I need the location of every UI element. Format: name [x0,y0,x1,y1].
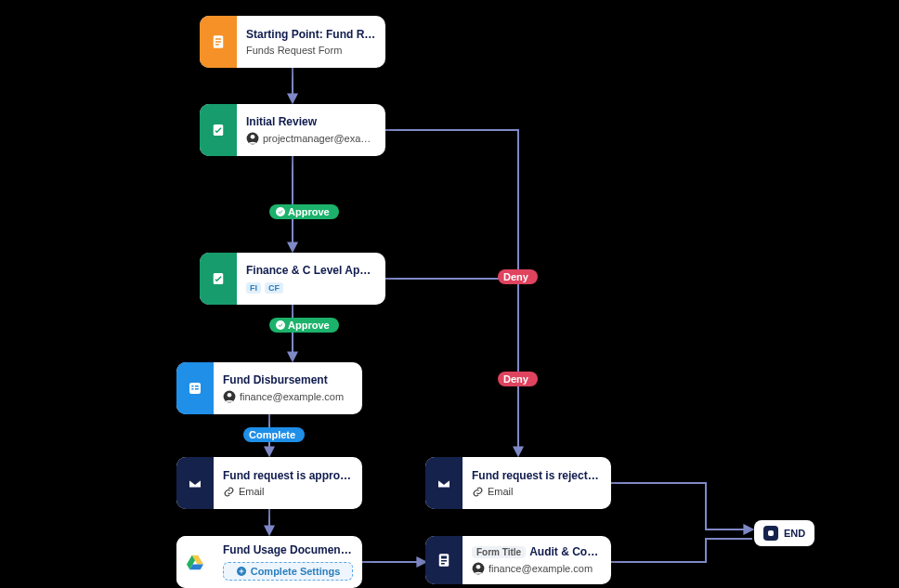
node-title: Finance & C Level Approve &… [246,264,376,277]
node-title: Fund Usage Documentation [223,543,353,556]
svg-rect-11 [191,388,193,390]
drive-icon [176,536,214,588]
link-row: Email [472,486,602,498]
email-icon [176,457,214,509]
node-title: Fund Disbursement [223,373,353,386]
svg-rect-9 [191,385,193,387]
form-title-label: Form Title [472,546,526,558]
form-icon [425,536,463,584]
svg-rect-17 [441,560,447,562]
email-icon [425,457,463,509]
svg-rect-18 [441,563,445,565]
node-title: Fund request is approved. [223,469,353,482]
svg-point-14 [228,393,232,398]
svg-rect-19 [441,556,447,559]
node-rejected-email[interactable]: Fund request is rejected. Email [425,457,611,509]
svg-point-6 [251,135,255,139]
svg-point-21 [476,565,481,569]
decision-complete[interactable]: Complete [243,427,305,442]
node-title: Initial Review [246,115,376,128]
svg-rect-12 [195,388,199,390]
node-approved-email[interactable]: Fund request is approved. Email [176,457,362,509]
svg-point-23 [276,320,285,330]
assignee-row: finance@example.com [472,562,602,575]
node-audit[interactable]: Form Title Audit & Compli… finance@examp… [425,536,611,584]
node-title: Fund request is rejected. [472,469,602,482]
decision-deny[interactable]: Deny [498,269,538,284]
assignee-row: finance@example.com [223,390,353,403]
node-usage-doc[interactable]: Fund Usage Documentation Complete Settin… [176,536,362,588]
approval-icon [200,104,237,156]
task-icon [176,362,214,414]
node-disbursement[interactable]: Fund Disbursement finance@example.com [176,362,362,414]
node-end[interactable]: END [754,520,814,546]
decision-approve[interactable]: Approve [269,204,339,219]
complete-settings-button[interactable]: Complete Settings [223,562,353,581]
decision-approve[interactable]: Approve [269,318,339,333]
node-title: Starting Point: Fund Request … [246,28,376,41]
node-title: Audit & Compli… [529,545,602,558]
node-sub: Funds Request Form [246,45,376,56]
end-icon [763,526,778,541]
end-label: END [784,528,805,539]
form-icon [200,16,237,68]
svg-rect-10 [195,385,199,387]
node-initial-review[interactable]: Initial Review projectmanager@exa… [200,104,385,156]
node-start[interactable]: Starting Point: Fund Request … Funds Req… [200,16,385,68]
decision-deny[interactable]: Deny [498,372,538,386]
assignee-row: projectmanager@exa… [246,132,376,145]
svg-rect-1 [215,38,221,40]
svg-rect-2 [215,41,221,43]
assignee-tags: FI CF [246,282,376,294]
svg-point-22 [276,207,285,216]
node-finance-approval[interactable]: Finance & C Level Approve &… FI CF [200,253,385,305]
svg-rect-3 [215,44,219,46]
approval-icon [200,253,237,305]
link-row: Email [223,486,353,498]
